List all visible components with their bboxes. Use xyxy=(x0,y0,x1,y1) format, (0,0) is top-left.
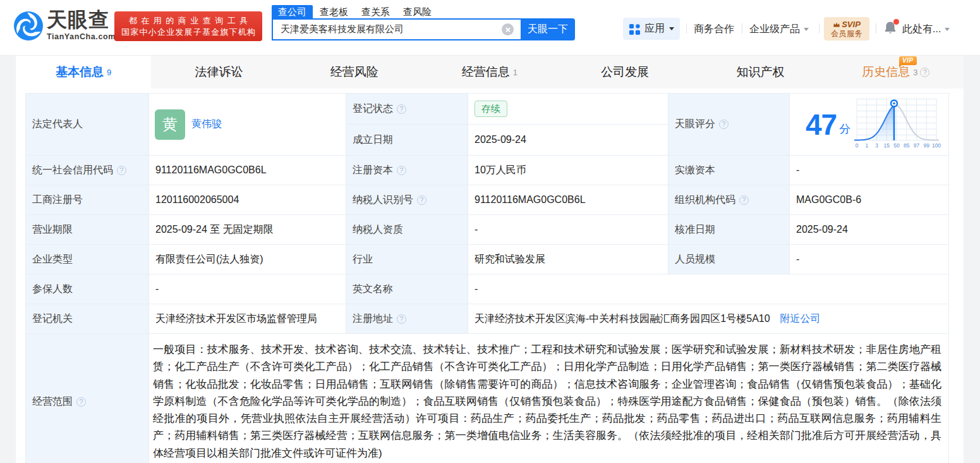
table-row: 参保人数 - 英文名称 - xyxy=(26,275,949,304)
help-icon[interactable] xyxy=(739,195,749,205)
field-label-text: 企业类型 xyxy=(32,254,73,264)
table-row: 工商注册号 120116002065004 纳税人识别号 91120116MAG… xyxy=(26,185,949,215)
field-label-text: 注册地址 xyxy=(353,313,393,324)
field-label-text: 注册资本 xyxy=(353,164,393,175)
credit-code-value: 91120116MAG0GC0B6L xyxy=(149,156,346,185)
reg-address-value: 天津经济技术开发区滨海-中关村科技园融汇商务园四区1号楼5A10附近公司 xyxy=(468,304,949,334)
svip-member-badge[interactable]: SVIP 会员服务 xyxy=(824,17,869,40)
english-name-label: 英文名称 xyxy=(346,275,468,304)
axis-tick-label: 0 xyxy=(856,142,859,149)
field-label-text: 统一社会信用代码 xyxy=(32,164,113,175)
score-unit: 分 xyxy=(839,121,850,137)
field-label-text: 经营范围 xyxy=(32,396,73,407)
search-tab-company[interactable]: 查公司 xyxy=(272,5,313,18)
tab-label: 历史信息 xyxy=(862,64,910,80)
business-term-value: 2025-09-24 至 无固定期限 xyxy=(149,215,346,245)
brand-block[interactable]: 天眼查 TianYanCha.com xyxy=(47,8,110,41)
help-icon[interactable] xyxy=(397,314,406,324)
brand-name: 天眼查 xyxy=(47,8,110,31)
chevron-down-icon xyxy=(945,28,950,31)
search-tab-relation[interactable]: 查关系 xyxy=(361,5,390,18)
svip-title: SVIP xyxy=(842,20,861,29)
field-label-text: 成立日期 xyxy=(353,134,393,145)
search-input[interactable] xyxy=(273,20,502,39)
tianyancha-logo-icon[interactable] xyxy=(14,11,43,40)
tab-legal-proceedings[interactable]: 法律诉讼 xyxy=(151,56,286,89)
tab-count: 3 xyxy=(913,68,917,77)
table-row: 企业类型 有限责任公司(法人独资) 行业 研究和试验发展 人员规模 - xyxy=(26,245,949,275)
help-icon[interactable] xyxy=(397,166,406,175)
axis-tick-label: 97 xyxy=(914,142,919,149)
tab-operating-risk[interactable]: 经营风险 xyxy=(287,56,422,89)
industry-value: 研究和试验发展 xyxy=(468,245,668,275)
taxpayer-quality-value: - xyxy=(468,215,668,245)
establish-date-label: 成立日期 xyxy=(346,125,468,156)
paidin-capital-label: 实缴资本 xyxy=(668,156,790,185)
search-tab-boss[interactable]: 查老板 xyxy=(320,5,348,18)
help-icon[interactable] xyxy=(117,166,126,175)
table-row: 法定代表人 黄 黄伟骏 登记状态 存续 天眼评分 47 分 xyxy=(26,94,949,125)
field-label-text: 纳税人识别号 xyxy=(353,194,413,205)
score-label: 天眼评分 xyxy=(668,94,790,156)
tab-label: 公司发展 xyxy=(601,64,649,80)
field-label-text: 人员规模 xyxy=(675,254,715,264)
field-label-text: 行业 xyxy=(353,254,373,264)
score-value: 47 分 xyxy=(790,94,949,156)
company-info-table: 法定代表人 黄 黄伟骏 登记状态 存续 天眼评分 47 分 xyxy=(25,93,949,463)
svip-subtitle: 会员服务 xyxy=(831,29,862,38)
field-label-text: 营业期限 xyxy=(32,224,73,235)
english-name-value: - xyxy=(468,275,949,304)
nearby-companies-link[interactable]: 附近公司 xyxy=(780,313,821,324)
reg-authority-label: 登记机关 xyxy=(26,304,149,334)
nav-enterprise[interactable]: 企业级产品 xyxy=(749,23,809,36)
tab-basic-info[interactable]: 基本信息9 xyxy=(16,56,151,89)
tab-history-info[interactable]: 历史信息3 VIP xyxy=(828,56,964,89)
nav-cooperation[interactable]: 商务合作 xyxy=(694,23,734,36)
reg-status-label: 登记状态 xyxy=(346,94,468,125)
vip-badge: VIP xyxy=(899,56,917,65)
tab-operating-info[interactable]: 经营信息1 xyxy=(422,56,557,89)
field-label-text: 组织机构代码 xyxy=(675,194,735,205)
legal-rep-label: 法定代表人 xyxy=(26,94,149,156)
search-tab-risk[interactable]: 查风险 xyxy=(403,5,432,18)
axis-tick-label: 85 xyxy=(904,142,909,149)
reg-status-value: 存续 xyxy=(468,94,668,125)
business-term-label: 营业期限 xyxy=(26,215,149,245)
legal-rep-link[interactable]: 黄伟骏 xyxy=(191,118,222,131)
reg-number-label: 工商注册号 xyxy=(26,185,149,215)
clear-icon[interactable] xyxy=(502,23,514,35)
status-badge: 存续 xyxy=(475,101,507,117)
user-menu[interactable]: 此处有... xyxy=(902,23,950,36)
industry-label: 行业 xyxy=(346,245,468,275)
help-icon[interactable] xyxy=(920,68,929,77)
score-distribution-chart: 0 1 3 15 50 85 97 99 100 xyxy=(854,99,939,148)
search-box xyxy=(272,18,521,40)
avatar[interactable]: 黄 xyxy=(155,109,185,140)
tab-company-development[interactable]: 公司发展 xyxy=(557,56,693,89)
divider xyxy=(742,23,742,34)
section-tabbar: 基本信息9 法律诉讼 经营风险 经营信息1 公司发展 知识产权 历史信息3 VI… xyxy=(16,56,964,89)
org-code-value: MAG0GC0B-6 xyxy=(790,185,949,215)
apps-menu[interactable]: 应用 xyxy=(623,18,680,40)
tab-intellectual-property[interactable]: 知识产权 xyxy=(693,56,828,89)
company-type-label: 企业类型 xyxy=(26,245,149,275)
field-label-text: 纳税人资质 xyxy=(353,224,403,235)
divider xyxy=(876,23,876,34)
search-button[interactable]: 天眼一下 xyxy=(521,18,575,40)
help-icon[interactable] xyxy=(76,397,86,407)
table-row: 经营范围 一般项目：技术服务、技术开发、技术咨询、技术交流、技术转让、技术推广；… xyxy=(26,334,949,463)
help-icon[interactable] xyxy=(719,120,729,129)
tab-count: 1 xyxy=(513,68,517,77)
insured-num-value: - xyxy=(149,275,346,304)
field-label-text: 工商注册号 xyxy=(32,194,83,205)
field-label-text: 法定代表人 xyxy=(32,118,83,129)
paidin-capital-value: - xyxy=(790,156,949,185)
brand-domain: TianYanCha.com xyxy=(47,32,110,41)
help-icon[interactable] xyxy=(417,195,426,205)
credit-code-label: 统一社会信用代码 xyxy=(26,156,149,185)
tab-label: 法律诉讼 xyxy=(195,64,243,80)
apps-label: 应用 xyxy=(644,22,665,35)
help-icon[interactable] xyxy=(397,104,406,114)
notification-bell[interactable] xyxy=(883,20,898,35)
approval-date-label: 核准日期 xyxy=(668,215,790,245)
